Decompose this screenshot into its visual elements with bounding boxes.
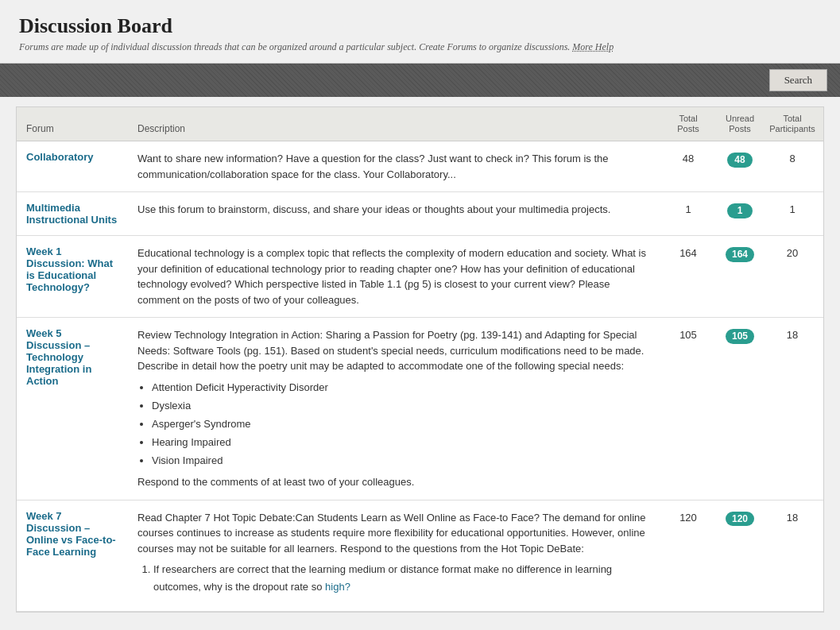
col-header-total-participants: TotalParticipants: [768, 114, 823, 134]
page-wrapper: Discussion Board Forums are made up of i…: [0, 0, 840, 630]
list-item: Asperger's Syndrome: [152, 415, 655, 433]
forum-total-posts-week1: 164: [664, 245, 712, 260]
forum-description-week7: Read Chapter 7 Hot Topic Debate:Can Stud…: [128, 510, 664, 601]
table-row: Collaboratory Want to share new informat…: [17, 141, 823, 192]
forum-name-multimedia[interactable]: Multimedia Instructional Units: [17, 202, 128, 226]
forum-total-posts-multimedia: 1: [664, 202, 712, 216]
forum-unread-posts-week5: 105: [712, 327, 768, 343]
forum-unread-posts-week7: 120: [712, 510, 768, 526]
forum-total-participants-week7: 18: [768, 510, 823, 524]
forum-total-participants-collaboratory: 8: [768, 151, 823, 165]
page-title: Discussion Board: [19, 14, 821, 38]
forum-description-collaboratory: Want to share new information? Have a qu…: [128, 151, 664, 182]
col-header-unread-posts: UnreadPosts: [712, 114, 768, 134]
col-header-forum: Forum: [17, 123, 128, 134]
forum-unread-posts-week1: 164: [712, 245, 768, 261]
forum-total-posts-week7: 120: [664, 510, 712, 524]
forum-name-collaboratory[interactable]: Collaboratory: [17, 151, 128, 163]
list-item: If researchers are correct that the lear…: [153, 561, 655, 596]
forum-total-participants-week1: 20: [768, 245, 823, 260]
forum-total-participants-multimedia: 1: [768, 202, 823, 216]
table-header-row: Forum Description TotalPosts UnreadPosts…: [17, 107, 823, 141]
forum-description-multimedia: Use this forum to brainstorm, discuss, a…: [128, 202, 664, 218]
col-header-total-posts: TotalPosts: [664, 114, 712, 134]
col-header-description: Description: [128, 123, 664, 134]
forum-description-week1: Educational technology is a complex topi…: [128, 245, 664, 307]
forum-name-week7[interactable]: Week 7 Discussion – Online vs Face-to-Fa…: [17, 510, 128, 558]
table-row: Multimedia Instructional Units Use this …: [17, 192, 823, 236]
forum-total-posts-collaboratory: 48: [664, 151, 712, 165]
list-item: Dyslexia: [152, 397, 655, 415]
list-item: Attention Deficit Hyperactivity Disorder: [152, 379, 655, 396]
table-row: Week 1 Discussion: What is Educational T…: [17, 236, 823, 318]
week7-questions-list: If researchers are correct that the lear…: [153, 561, 655, 596]
forum-total-participants-week5: 18: [768, 327, 823, 342]
more-help-link[interactable]: More Help: [572, 41, 614, 52]
table-row: Week 5 Discussion – Technology Integrati…: [17, 318, 823, 500]
forum-total-posts-week5: 105: [664, 327, 712, 342]
week5-special-needs-list: Attention Deficit Hyperactivity Disorder…: [152, 379, 655, 470]
search-button[interactable]: Search: [769, 69, 827, 91]
list-item: Vision Impaired: [152, 452, 655, 470]
forum-unread-posts-multimedia: 1: [712, 202, 768, 218]
toolbar: Search: [0, 64, 840, 97]
forums-table: Forum Description TotalPosts UnreadPosts…: [16, 106, 824, 613]
forum-unread-posts-collaboratory: 48: [712, 151, 768, 167]
table-row: Week 7 Discussion – Online vs Face-to-Fa…: [17, 501, 823, 612]
page-subtitle: Forums are made up of individual discuss…: [19, 41, 821, 53]
list-item: Hearing Impaired: [152, 434, 655, 451]
forum-name-week1[interactable]: Week 1 Discussion: What is Educational T…: [17, 245, 128, 293]
page-header: Discussion Board Forums are made up of i…: [0, 0, 840, 64]
forum-description-week5: Review Technology Integration in Action:…: [128, 327, 664, 489]
forum-name-week5[interactable]: Week 5 Discussion – Technology Integrati…: [17, 327, 128, 387]
